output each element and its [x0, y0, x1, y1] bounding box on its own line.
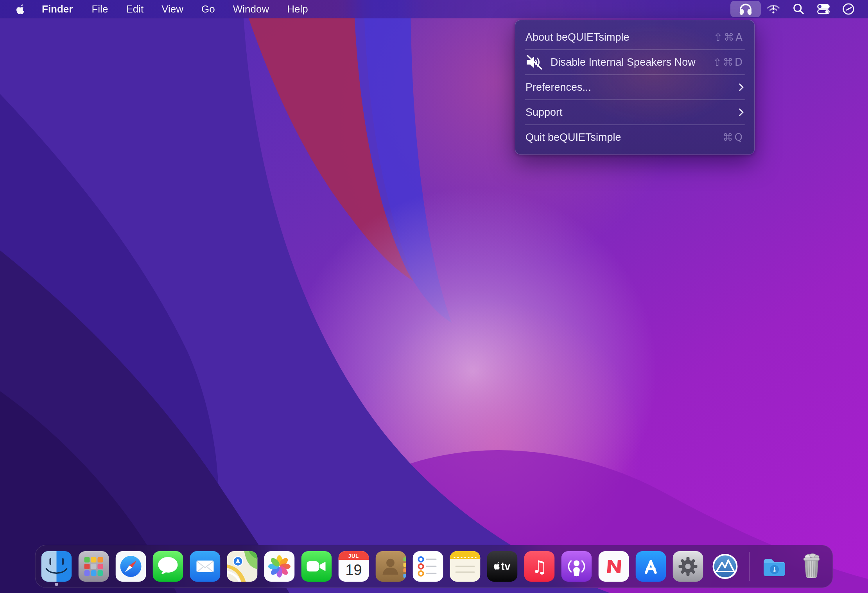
menu-item-quit[interactable]: Quit beQUIETsimple ⌘Q	[515, 125, 754, 149]
dock-system-settings[interactable]	[673, 551, 703, 582]
dock-music[interactable]: ♫	[524, 551, 555, 582]
menubar-go[interactable]: Go	[192, 0, 224, 18]
dock-podcasts[interactable]	[561, 551, 592, 582]
dock-divider	[750, 552, 750, 581]
spotlight-button[interactable]	[786, 0, 811, 18]
menu-bar: Finder File Edit View Go Window Help	[0, 0, 868, 18]
wifi-status-button[interactable]	[761, 0, 786, 18]
menubar-edit[interactable]: Edit	[117, 0, 152, 18]
menu-item-label: About beQUIETsimple	[525, 31, 629, 43]
dock-maps[interactable]	[227, 551, 258, 582]
menubar-file[interactable]: File	[82, 0, 117, 18]
wifi-warning-icon	[766, 3, 780, 15]
dock-contacts[interactable]	[376, 551, 406, 582]
submenu-chevron-icon	[736, 83, 744, 91]
dock: JUL 19	[35, 545, 833, 588]
bequietsimple-menu: About beQUIETsimple ⇧⌘A Disable Internal…	[515, 20, 755, 155]
control-center-icon	[816, 3, 831, 15]
dock-tv[interactable]: tv	[487, 551, 518, 582]
menubar-window[interactable]: Window	[224, 0, 278, 18]
menubar-app-menu[interactable]: Finder	[33, 0, 82, 18]
running-indicator	[55, 583, 58, 586]
speaker-muted-icon	[525, 54, 543, 70]
music-note-icon: ♫	[524, 551, 555, 582]
dock-mail[interactable]	[190, 551, 221, 582]
menu-item-label: Quit beQUIETsimple	[525, 131, 621, 144]
dock-trash[interactable]	[796, 551, 827, 582]
menu-item-preferences[interactable]: Preferences...	[515, 75, 754, 99]
dock-reminders[interactable]	[413, 551, 443, 582]
menu-item-shortcut: ⇧⌘A	[714, 31, 744, 43]
download-arrow-icon: ↓	[759, 551, 790, 582]
dock-app-store[interactable]	[636, 551, 666, 582]
calendar-month: JUL	[348, 553, 359, 559]
dock-notes[interactable]	[450, 551, 481, 582]
menu-item-disable-speakers[interactable]: Disable Internal Speakers Now ⇧⌘D	[515, 50, 754, 74]
menu-item-label: Disable Internal Speakers Now	[551, 56, 696, 68]
bequietsimple-status-button[interactable]	[730, 1, 761, 17]
dock-finder[interactable]	[41, 551, 72, 582]
control-center-button[interactable]	[811, 0, 836, 18]
dock-downloads-folder[interactable]: ↓	[759, 551, 790, 582]
menubar-view[interactable]: View	[152, 0, 192, 18]
dock-news[interactable]	[599, 551, 629, 582]
submenu-chevron-icon	[736, 108, 744, 116]
menu-item-label: Support	[525, 106, 563, 119]
desktop: Finder File Edit View Go Window Help	[0, 0, 868, 593]
headphones-icon	[738, 2, 753, 16]
menu-item-label: Preferences...	[525, 81, 591, 93]
calendar-day: 19	[345, 562, 362, 578]
dock-launchpad[interactable]	[79, 551, 109, 582]
status-icon-cluster	[730, 0, 861, 18]
apple-menu[interactable]	[10, 4, 33, 15]
dock-facetime[interactable]	[301, 551, 332, 582]
menu-item-shortcut: ⇧⌘D	[713, 56, 744, 68]
menu-item-about[interactable]: About beQUIETsimple ⇧⌘A	[515, 25, 754, 49]
dock-calendar[interactable]: JUL 19	[339, 551, 369, 582]
dock-photos[interactable]	[264, 551, 295, 582]
dock-mountain-app[interactable]	[710, 551, 741, 582]
search-icon	[792, 3, 805, 15]
apple-icon	[16, 4, 25, 15]
tv-label: tv	[501, 561, 510, 572]
clock-status-button[interactable]	[836, 0, 861, 18]
menubar-help[interactable]: Help	[278, 0, 317, 18]
menu-item-support[interactable]: Support	[515, 100, 754, 124]
dock-safari[interactable]	[116, 551, 146, 582]
clock-icon	[842, 3, 855, 15]
menu-item-shortcut: ⌘Q	[723, 131, 744, 143]
dock-messages[interactable]	[153, 551, 183, 582]
